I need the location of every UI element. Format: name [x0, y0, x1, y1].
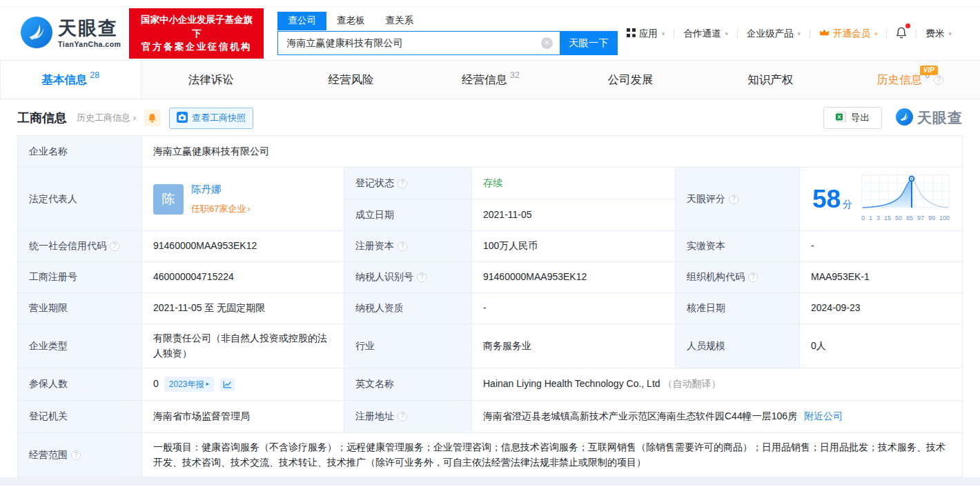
tianyancha-logo-icon	[896, 108, 913, 128]
chevron-down-icon: ▾	[725, 30, 728, 37]
camera-icon	[177, 112, 188, 125]
monitor-bell-button[interactable]	[144, 110, 161, 126]
tab-history-info[interactable]: VIP 历史信息 6 ?	[840, 61, 980, 99]
bell-icon	[147, 112, 157, 123]
help-icon[interactable]: ?	[71, 450, 81, 460]
menu-apps[interactable]: 应用 ▾	[618, 28, 674, 40]
english-name-label-cell: 英文名称	[344, 368, 472, 401]
chevron-down-icon: ▾	[797, 30, 801, 37]
credit-code-label-cell: 统一社会信用代码?	[18, 231, 142, 262]
business-scope-value-cell: 一般项目：健康咨询服务（不含诊疗服务）；远程健康管理服务；企业管理咨询；信息技术…	[142, 433, 963, 477]
table-row: 经营范围? 一般项目：健康咨询服务（不含诊疗服务）；远程健康管理服务；企业管理咨…	[18, 433, 963, 477]
taxpayer-id-value-cell: 91460000MAA953EK12	[472, 262, 676, 293]
tab-legal-proceedings[interactable]: 法律诉讼	[141, 61, 282, 99]
menu-partner-channel[interactable]: 合作通道 ▾	[674, 28, 737, 40]
company-nav-tabs: 基本信息28 法律诉讼 经营风险 经营信息32 公司发展 知识产权 VIP 历史…	[0, 60, 980, 99]
tab-business-info[interactable]: 经营信息32	[421, 61, 561, 99]
legal-rep-positions-link[interactable]: 任职67家企业›	[191, 203, 250, 214]
table-row: 参保人数 0 2023年报▸ 英文名称 Hainan Liying Health…	[18, 368, 963, 401]
menu-user[interactable]: 费米 ▾	[917, 28, 961, 40]
chevron-down-icon: ▾	[948, 30, 952, 37]
help-icon[interactable]: ?	[398, 179, 407, 188]
help-icon[interactable]: ?	[417, 272, 427, 282]
legal-rep-name-link[interactable]: 陈丹娜	[191, 181, 250, 197]
help-icon[interactable]: ?	[398, 412, 407, 421]
reg-address-value-cell: 海南省澄迈县老城镇高新技术产业示范区海南生态软件园C44幢一层106房 附近公司	[472, 401, 963, 433]
table-row: 营业期限 2021-11-05 至 无固定期限 纳税人资质 - 核准日期 202…	[18, 293, 963, 324]
help-icon[interactable]: ?	[110, 241, 119, 251]
tab-basic-info[interactable]: 基本信息28	[0, 61, 141, 99]
company-type-label-cell: 企业类型	[18, 324, 142, 368]
tab-intellectual-property[interactable]: 知识产权	[700, 61, 841, 99]
legal-rep-avatar[interactable]: 陈	[153, 184, 184, 215]
business-scope-label-cell: 经营范围?	[18, 433, 142, 477]
bell-icon	[895, 26, 908, 41]
table-row: 企业名称 海南立赢健康科技有限公司	[18, 136, 963, 168]
reg-authority-value-cell: 海南省市场监督管理局	[142, 401, 344, 433]
establish-date-value-cell: 2021-11-05	[472, 199, 676, 231]
view-business-snapshot-button[interactable]: 查看工商快照	[169, 108, 253, 129]
score-distribution-chart: 013 155085 9799100	[861, 175, 950, 224]
search-tab-relation[interactable]: 查关系	[375, 12, 424, 30]
establish-date-label-cell: 成立日期	[344, 199, 472, 231]
menu-enterprise-products[interactable]: 企业级产品 ▾	[738, 28, 810, 40]
staff-size-value-cell: 0人	[800, 324, 963, 368]
notification-dot	[905, 23, 910, 28]
help-icon[interactable]: ?	[748, 272, 758, 282]
svg-text:X: X	[837, 114, 841, 120]
chevron-right-icon: ▸	[206, 379, 210, 389]
crown-icon	[819, 28, 830, 39]
search-tabs: 查公司 查老板 查关系	[277, 12, 617, 31]
reg-number-label-cell: 工商注册号	[18, 262, 142, 293]
paid-capital-label-cell: 实缴资本	[676, 231, 800, 262]
excel-icon: X	[836, 112, 846, 124]
tianyancha-watermark: 天眼查	[896, 108, 963, 128]
clear-search-icon[interactable]: ×	[541, 37, 553, 49]
search-input[interactable]	[277, 31, 559, 55]
vip-badge: VIP	[920, 66, 938, 75]
reg-number-value-cell: 460000004715224	[142, 262, 344, 293]
badge-line2: 官方备案企业征信机构	[136, 40, 257, 54]
taxpayer-quality-value-cell: -	[472, 293, 676, 324]
certification-badge: 国家中小企业发展子基金旗下 官方备案企业征信机构	[129, 8, 264, 59]
industry-label-cell: 行业	[344, 324, 472, 368]
reg-status-value-cell: 存续	[472, 168, 676, 199]
score-value-cell: 58分	[800, 168, 963, 231]
search-area: 查公司 查老板 查关系 × 天眼一下	[277, 12, 617, 55]
chevron-right-icon: ›	[133, 112, 136, 123]
search-tab-boss[interactable]: 查老板	[326, 12, 375, 30]
taxpayer-id-label-cell: 纳税人识别号?	[344, 262, 472, 293]
menu-open-vip[interactable]: 开通会员 ▾	[810, 28, 887, 40]
tianyancha-logo-icon	[21, 17, 52, 51]
approval-date-value-cell: 2024-09-23	[800, 293, 963, 324]
notifications-bell[interactable]	[887, 26, 916, 41]
reg-authority-label-cell: 登记机关	[18, 401, 142, 433]
tianyancha-logo[interactable]: 天眼查 TianYanCha.com	[21, 17, 121, 51]
tab-company-development[interactable]: 公司发展	[560, 61, 700, 99]
chevron-down-icon: ▾	[874, 30, 878, 37]
annual-report-tag[interactable]: 2023年报▸	[164, 377, 214, 392]
reg-capital-value-cell: 100万人民币	[472, 231, 676, 262]
search-tab-company[interactable]: 查公司	[277, 12, 326, 30]
help-icon[interactable]: ?	[729, 195, 738, 204]
table-row: 企业类型 有限责任公司（非自然人投资或控股的法人独资） 行业 商务服务业 人员规…	[18, 324, 963, 368]
paid-capital-value-cell: -	[800, 231, 963, 262]
approval-date-label-cell: 核准日期	[676, 293, 800, 324]
tab-operating-risk[interactable]: 经营风险	[281, 61, 421, 99]
company-name-label-cell: 企业名称	[18, 136, 142, 168]
search-button[interactable]: 天眼一下	[560, 31, 618, 55]
trend-chart-icon[interactable]	[219, 378, 235, 391]
reg-address-label-cell: 注册地址?	[344, 401, 472, 433]
export-button[interactable]: X 导出	[823, 107, 882, 129]
business-term-value-cell: 2021-11-05 至 无固定期限	[142, 293, 344, 324]
reg-capital-label-cell: 注册资本?	[344, 231, 472, 262]
history-business-info-link[interactable]: 历史工商信息 ›	[77, 112, 136, 124]
site-header: 天眼查 TianYanCha.com 国家中小企业发展子基金旗下 官方备案企业征…	[0, 7, 980, 60]
status-badge: 存续	[483, 177, 502, 188]
help-icon[interactable]: ?	[934, 75, 943, 85]
score-label-cell: 天眼评分?	[676, 168, 800, 231]
insured-count-label-cell: 参保人数	[18, 368, 142, 401]
english-name-value-cell: Hainan Liying Health Technology Co., Ltd…	[472, 368, 963, 401]
nearby-companies-link[interactable]: 附近公司	[804, 410, 843, 421]
help-icon[interactable]: ?	[398, 241, 407, 251]
